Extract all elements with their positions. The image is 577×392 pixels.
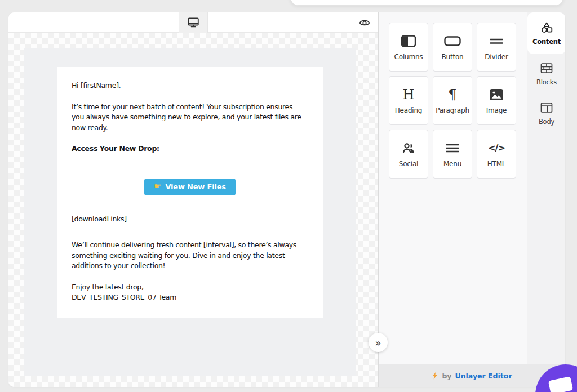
view-new-files-button[interactable]: ☛ View New Files	[144, 179, 236, 195]
block-card-divider[interactable]: Divider	[477, 23, 516, 72]
lightning-icon	[432, 372, 438, 380]
block-card-button[interactable]: Button	[433, 23, 472, 72]
sidebar-tab-rail: Content Blocks	[527, 12, 565, 364]
email-signoff: Enjoy the latest drop, DEV_TESTING_STORE…	[72, 282, 308, 303]
tab-label: Content	[532, 38, 561, 46]
email-content-block[interactable]: Hi [firstName], It’s time for your next …	[57, 67, 323, 318]
email-access-heading: Access Your New Drop:	[72, 144, 308, 154]
shapes-icon	[540, 21, 553, 34]
bricks-icon	[540, 61, 553, 75]
cta-button-label: View New Files	[165, 182, 225, 191]
eye-icon	[359, 19, 370, 27]
block-card-paragraph[interactable]: ¶ Paragraph	[433, 76, 472, 125]
double-chevron-right-icon: »	[375, 337, 381, 349]
tab-label: Blocks	[536, 78, 557, 86]
columns-icon	[401, 34, 416, 48]
html-icon: </>	[488, 141, 505, 155]
block-card-html[interactable]: </> HTML	[477, 130, 516, 179]
block-card-heading[interactable]: H Heading	[389, 76, 428, 125]
block-label: HTML	[487, 160, 506, 168]
block-label: Paragraph	[436, 106, 469, 114]
image-icon	[489, 87, 504, 102]
social-icon	[402, 141, 415, 155]
pointing-hand-emoji: ☛	[154, 182, 161, 191]
content-blocks-grid: Columns Button Divider	[389, 23, 516, 179]
block-card-social[interactable]: Social	[389, 130, 428, 179]
paragraph-icon: ¶	[448, 87, 456, 102]
monitor-icon	[188, 17, 199, 28]
divider-icon	[489, 34, 504, 48]
block-card-columns[interactable]: Columns	[389, 23, 428, 72]
email-intro-paragraph: It’s time for your next batch of content…	[72, 102, 308, 133]
email-body-background[interactable]: Hi [firstName], It’s time for your next …	[24, 48, 356, 376]
block-label: Social	[399, 160, 418, 168]
block-label: Image	[486, 106, 507, 114]
footer-by-label: by	[442, 372, 451, 380]
block-label: Divider	[485, 53, 508, 61]
tab-label: Body	[539, 118, 554, 126]
design-canvas[interactable]: Hi [firstName], It’s time for your next …	[8, 33, 378, 387]
canvas-column: Hi [firstName], It’s time for your next …	[8, 12, 378, 387]
email-greeting: Hi [firstName],	[72, 81, 308, 91]
block-card-menu[interactable]: Menu	[433, 130, 472, 179]
preview-button[interactable]	[350, 12, 378, 33]
tab-blocks[interactable]: Blocks	[527, 54, 565, 93]
block-label: Button	[442, 53, 464, 61]
collapse-panel-button[interactable]: »	[369, 333, 388, 352]
preview-toolbar	[8, 12, 378, 33]
menu-icon	[445, 141, 460, 155]
download-links-placeholder: [downloadLinks]	[72, 214, 308, 225]
unlayer-editor-link[interactable]: Unlayer Editor	[455, 372, 512, 380]
cta-button-row: ☛ View New Files	[72, 179, 308, 195]
layout-icon	[540, 101, 553, 114]
content-tools-panel: Columns Button Divider	[378, 12, 565, 387]
email-editor: Hi [firstName], It’s time for your next …	[8, 12, 565, 387]
block-label: Menu	[443, 160, 461, 168]
tab-content[interactable]: Content	[527, 12, 565, 54]
desktop-view-button[interactable]	[179, 12, 208, 33]
block-label: Heading	[395, 106, 423, 114]
block-card-image[interactable]: Image	[477, 76, 516, 125]
block-label: Columns	[394, 53, 423, 61]
email-continuation-paragraph: We’ll continue delivering fresh content …	[72, 240, 308, 271]
button-icon	[444, 34, 461, 48]
heading-icon: H	[403, 87, 415, 102]
tab-body[interactable]: Body	[527, 93, 565, 133]
chat-launcher-icon	[548, 376, 573, 392]
top-app-bar	[290, 0, 563, 6]
